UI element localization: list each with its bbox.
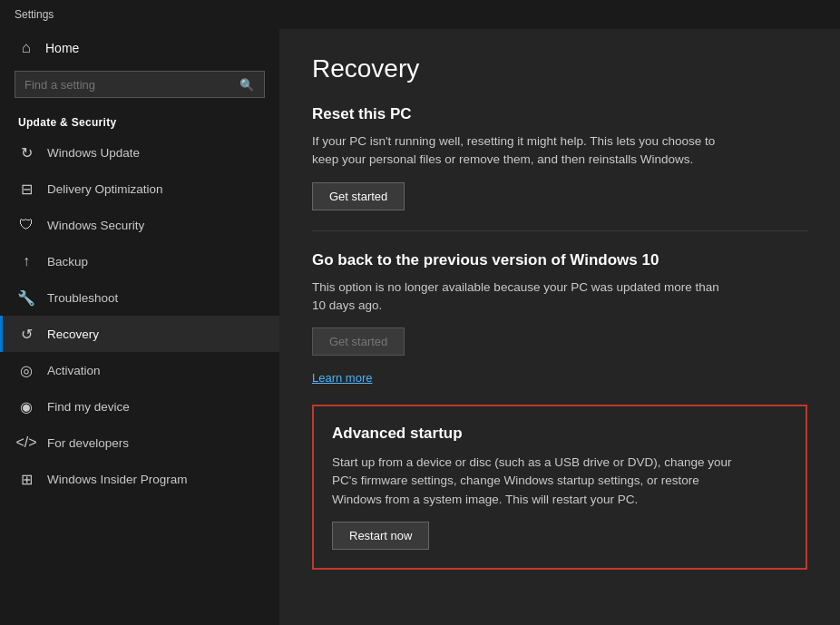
find-icon: ◉	[18, 398, 34, 415]
divider-1	[312, 230, 807, 231]
advanced-startup-section: Advanced startup Start up from a device …	[312, 405, 807, 570]
section-header: Update & Security	[0, 109, 279, 134]
nav-label-activation: Activation	[47, 364, 101, 377]
sidebar-item-activation[interactable]: ◎ Activation	[0, 352, 279, 388]
page-title: Recovery	[312, 54, 807, 83]
sidebar-item-home[interactable]: Home	[0, 29, 279, 67]
search-input[interactable]	[24, 78, 231, 92]
wrench-icon: 🔧	[18, 289, 34, 306]
advanced-startup-title: Advanced startup	[332, 425, 787, 443]
nav-label-find-my-device: Find my device	[47, 400, 130, 414]
title-bar: Settings	[0, 0, 840, 29]
refresh-icon: ↻	[18, 144, 34, 161]
restart-now-button[interactable]: Restart now	[332, 522, 429, 550]
go-back-section: Go back to the previous version of Windo…	[312, 251, 807, 386]
sidebar-item-windows-update[interactable]: ↻ Windows Update	[0, 134, 279, 171]
shield-icon: 🛡	[18, 217, 34, 233]
nav-label-windows-insider: Windows Insider Program	[47, 473, 188, 486]
content-area: Recovery Reset this PC If your PC isn't …	[279, 29, 840, 625]
learn-more-link[interactable]: Learn more	[312, 371, 372, 385]
nav-label-delivery-optimization: Delivery Optimization	[47, 182, 163, 196]
sidebar-item-delivery-optimization[interactable]: ⊟ Delivery Optimization	[0, 171, 279, 207]
nav-label-backup: Backup	[47, 255, 88, 269]
sidebar-item-for-developers[interactable]: </> For developers	[0, 425, 279, 461]
nav-label-troubleshoot: Troubleshoot	[47, 291, 118, 305]
sidebar-item-find-my-device[interactable]: ◉ Find my device	[0, 388, 279, 425]
go-back-get-started-button[interactable]: Get started	[312, 327, 405, 356]
reset-pc-section: Reset this PC If your PC isn't running w…	[312, 105, 807, 210]
sidebar-item-backup[interactable]: ↑ Backup	[0, 243, 279, 279]
reset-pc-description: If your PC isn't running well, resetting…	[312, 132, 720, 170]
nav-label-recovery: Recovery	[47, 327, 99, 341]
search-box[interactable]	[15, 71, 265, 98]
backup-icon: ↑	[18, 253, 34, 269]
reset-pc-title: Reset this PC	[312, 105, 807, 123]
nav-label-windows-security: Windows Security	[47, 219, 144, 232]
go-back-description: This option is no longer available becau…	[312, 278, 720, 316]
sidebar-item-recovery[interactable]: ↺ Recovery	[0, 316, 279, 352]
main-layout: Home Update & Security ↻ Windows Update …	[0, 29, 840, 625]
go-back-title: Go back to the previous version of Windo…	[312, 251, 807, 269]
recovery-icon: ↺	[18, 326, 34, 342]
reset-pc-get-started-button[interactable]: Get started	[312, 182, 405, 210]
insider-icon: ⊞	[18, 471, 34, 487]
app-title: Settings	[15, 8, 54, 21]
developer-icon: </>	[18, 435, 34, 451]
home-icon	[18, 40, 34, 56]
home-label: Home	[45, 41, 79, 55]
activation-icon: ◎	[18, 362, 34, 378]
sidebar: Home Update & Security ↻ Windows Update …	[0, 29, 279, 625]
delivery-icon: ⊟	[18, 181, 34, 197]
sidebar-item-windows-insider[interactable]: ⊞ Windows Insider Program	[0, 461, 279, 497]
nav-label-for-developers: For developers	[47, 436, 129, 450]
search-icon	[239, 76, 255, 93]
nav-label-windows-update: Windows Update	[47, 146, 140, 160]
sidebar-item-windows-security[interactable]: 🛡 Windows Security	[0, 207, 279, 243]
sidebar-item-troubleshoot[interactable]: 🔧 Troubleshoot	[0, 279, 279, 316]
advanced-startup-description: Start up from a device or disc (such as …	[332, 454, 740, 509]
